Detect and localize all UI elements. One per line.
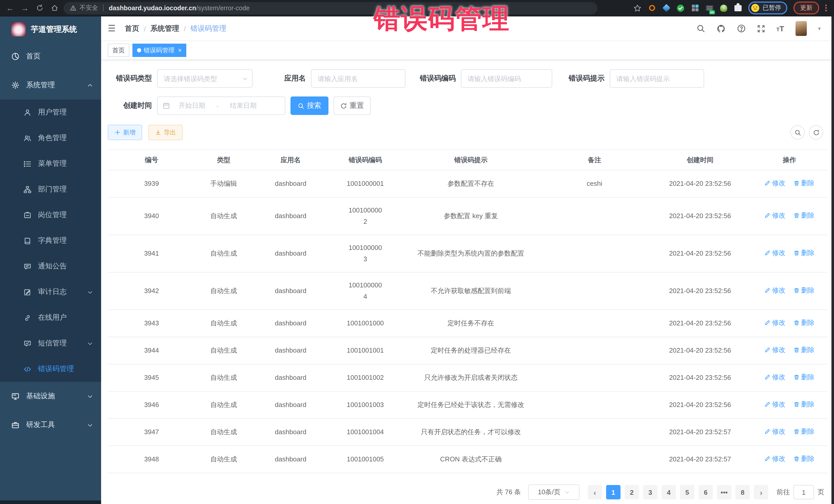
refresh-table-button[interactable] [809,125,823,139]
cell-msg: 只有开启状态的任务，才可以修改 [401,419,541,446]
sidebar-item-posts[interactable]: 岗位管理 [0,202,101,228]
tab-error-code[interactable]: 错误码管理 × [132,44,186,57]
error-type-select[interactable] [157,69,253,88]
page-button-6[interactable]: 6 [699,485,713,499]
delete-link[interactable]: 删除 [793,178,814,189]
extension-icon[interactable] [648,4,656,12]
sidebar-item-dev-tools[interactable]: 研发工具 [0,411,101,439]
address-bar[interactable]: 不安全 dashboard.yudao.iocoder.cn/system/er… [64,2,597,14]
table-tools [790,125,823,139]
font-size-icon[interactable]: TT [776,25,784,32]
delete-link[interactable]: 删除 [793,453,814,464]
delete-link[interactable]: 删除 [793,344,814,356]
edit-link[interactable]: 修改 [765,372,786,383]
sidebar-item-menus[interactable]: 菜单管理 [0,151,101,177]
page-button-3[interactable]: 3 [643,485,657,499]
show-search-button[interactable] [790,125,805,139]
delete-link[interactable]: 删除 [793,317,814,328]
user-avatar[interactable] [795,21,807,36]
reset-button[interactable]: 重置 [334,96,371,115]
edit-link[interactable]: 修改 [765,399,786,410]
error-code-input[interactable] [461,69,552,88]
delete-link[interactable]: 删除 [793,372,814,383]
edit-link[interactable]: 修改 [765,426,786,437]
breadcrumb-system[interactable]: 系统管理 [150,24,179,33]
cell-ops: 修改 删除 [752,310,827,337]
close-icon[interactable]: × [178,47,182,54]
sidebar-item-departments[interactable]: 部门管理 [0,177,101,202]
edit-link[interactable]: 修改 [765,285,786,296]
next-page-button[interactable]: › [754,485,768,499]
error-type-select-wrap [157,69,253,88]
extension-icon[interactable] [720,4,728,12]
page-size-select[interactable]: 10条/页 [528,484,579,500]
page-button-8[interactable]: 8 [736,485,750,499]
bookmark-star-icon[interactable] [633,4,641,12]
extension-icon[interactable] [676,4,685,12]
sidebar-item-system[interactable]: 系统管理 [0,71,101,100]
edit-icon [765,347,771,353]
sidebar-item-online-users[interactable]: 在线用户 [0,305,101,330]
edit-link[interactable]: 修改 [765,317,786,328]
pager-ellipsis[interactable]: ••• [717,485,731,499]
cell-type: 自动生成 [195,235,252,272]
delete-link[interactable]: 删除 [793,399,814,410]
prev-page-button[interactable]: ‹ [588,485,602,499]
edit-link[interactable]: 修改 [765,210,786,221]
reload-icon[interactable] [36,4,44,12]
back-icon[interactable]: ← [6,4,14,12]
sidebar-item-infrastructure[interactable]: 基础设施 [0,382,101,411]
extension-icon[interactable] [662,4,670,12]
app-name-input[interactable] [311,69,405,88]
page-button-5[interactable]: 5 [680,485,695,499]
edit-link[interactable]: 修改 [765,344,786,356]
export-button[interactable]: 导出 [148,125,183,140]
sidebar-item-home[interactable]: 首页 [0,42,101,71]
user-caret-icon[interactable]: ▾ [818,26,821,31]
add-button[interactable]: 新增 [108,125,142,140]
fullscreen-icon[interactable] [757,24,765,32]
sidebar-item-audit-log[interactable]: 审计日志 [0,279,101,305]
paused-extension-pill[interactable]: 已暂停 [748,2,787,14]
cell-app: dashboard [252,197,329,235]
announcement-icon [24,263,31,270]
page-button-1[interactable]: 1 [606,485,620,499]
sidebar-item-notices[interactable]: 通知公告 [0,254,101,279]
delete-link[interactable]: 删除 [793,210,814,221]
sidebar-item-users[interactable]: 用户管理 [0,100,101,125]
forward-icon[interactable]: → [21,4,29,12]
edit-link[interactable]: 修改 [765,247,786,259]
extension-icon[interactable]: on [705,4,714,12]
hamburger-icon[interactable]: ☰ [108,23,116,34]
breadcrumb-home[interactable]: 首页 [125,24,139,33]
github-icon[interactable] [716,24,725,33]
delete-link[interactable]: 删除 [793,426,814,437]
browser-menu-icon[interactable] [825,5,827,11]
edit-link[interactable]: 修改 [765,178,786,189]
table-row: 3944 自动生成 dashboard 1001001001 定时任务的处理器已… [108,337,827,364]
edit-link[interactable]: 修改 [765,453,786,464]
sidebar-item-dicts[interactable]: 字典管理 [0,228,101,254]
page-button-2[interactable]: 2 [624,485,639,499]
sidebar-item-sms[interactable]: 短信管理 [0,330,101,356]
extensions-puzzle-icon[interactable] [734,4,742,12]
error-msg-input[interactable] [610,69,704,88]
extension-icon[interactable] [691,4,699,12]
home-icon[interactable] [51,4,59,12]
sidebar-item-roles[interactable]: 角色管理 [0,125,101,151]
app-logo[interactable]: 芋道管理系统 [0,17,101,42]
update-button[interactable]: 更新 [793,2,819,14]
page-button-4[interactable]: 4 [662,485,676,499]
browser-scrollbar[interactable] [831,17,834,504]
sidebar-item-error-code[interactable]: 错误码管理 [0,356,101,382]
jump-page-input[interactable] [793,485,814,499]
search-button[interactable]: 搜索 [290,96,328,115]
date-range-picker[interactable]: 开始日期 - 结束日期 [157,96,285,115]
tab-home[interactable]: 首页 [108,44,129,57]
cell-code: 1001001004 [329,419,401,446]
delete-link[interactable]: 删除 [793,247,814,259]
help-icon[interactable] [737,24,745,33]
cell-time: 2021-04-20 23:52:57 [649,446,751,473]
search-icon[interactable] [696,24,705,33]
delete-link[interactable]: 删除 [793,285,814,296]
